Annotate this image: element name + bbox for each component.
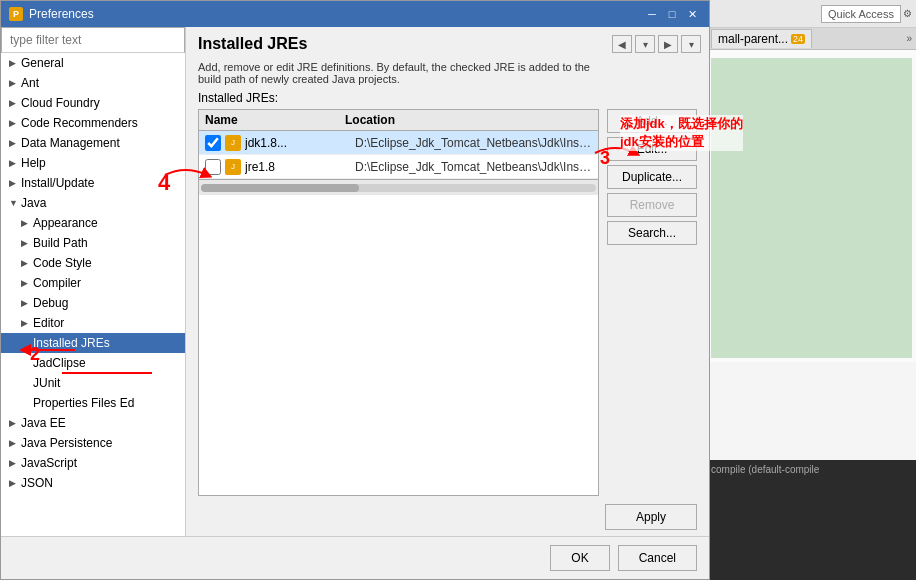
sidebar-item-build-path[interactable]: ▶Build Path <box>1 233 185 253</box>
ide-expand-icon: » <box>906 33 912 44</box>
sidebar-item-java[interactable]: ▼Java <box>1 193 185 213</box>
sidebar-item-appearance[interactable]: ▶Appearance <box>1 213 185 233</box>
sidebar-item-properties-files-ed[interactable]: Properties Files Ed <box>1 393 185 413</box>
sidebar-item-code-style[interactable]: ▶Code Style <box>1 253 185 273</box>
apply-button[interactable]: Apply <box>605 504 697 530</box>
sidebar-item-general[interactable]: ▶General <box>1 53 185 73</box>
tree-arrow-icon: ▶ <box>21 318 31 328</box>
sidebar-item-label: Java Persistence <box>21 436 112 450</box>
sidebar-item-java-ee[interactable]: ▶Java EE <box>1 413 185 433</box>
sidebar-item-label: Code Recommenders <box>21 116 138 130</box>
sidebar-item-label: Compiler <box>33 276 81 290</box>
nav-forward-button[interactable]: ▶ <box>658 35 678 53</box>
sidebar-item-javascript[interactable]: ▶JavaScript <box>1 453 185 473</box>
sidebar-item-cloud-foundry[interactable]: ▶Cloud Foundry <box>1 93 185 113</box>
sidebar: ▶General▶Ant▶Cloud Foundry▶Code Recommen… <box>1 27 186 536</box>
maximize-button[interactable]: □ <box>663 6 681 22</box>
col-location-header: Location <box>345 113 592 127</box>
sidebar-item-label: Appearance <box>33 216 98 230</box>
ide-content-area <box>707 50 916 362</box>
add-button[interactable]: Add... <box>607 109 697 133</box>
bottom-bar: OK Cancel <box>1 536 709 579</box>
horizontal-scrollbar[interactable] <box>199 179 598 195</box>
sidebar-item-label: Installed JREs <box>33 336 110 350</box>
ide-tab[interactable]: mall-parent... 24 <box>711 29 812 48</box>
jre-row-location: D:\Eclipse_Jdk_Tomcat_Netbeans\Jdk\Insta… <box>355 160 592 174</box>
sidebar-item-label: Install/Update <box>21 176 94 190</box>
content-area: Installed JREs ◀ ▾ ▶ ▾ Add, remove or ed… <box>186 27 709 536</box>
sidebar-item-label: Ant <box>21 76 39 90</box>
edit-button[interactable]: Edit... <box>607 137 697 161</box>
sidebar-item-java-persistence[interactable]: ▶Java Persistence <box>1 433 185 453</box>
jre-row-checkbox[interactable] <box>205 159 221 175</box>
tree-arrow-icon: ▶ <box>9 418 19 428</box>
ide-tab-label: mall-parent... <box>718 32 788 46</box>
sidebar-item-label: Java <box>21 196 46 210</box>
tree-arrow-icon: ▶ <box>9 78 19 88</box>
search-button[interactable]: Search... <box>607 221 697 245</box>
close-button[interactable]: ✕ <box>683 6 701 22</box>
nav-back-button[interactable]: ◀ <box>612 35 632 53</box>
ide-background: Quick Access ⚙ mall-parent... 24 » compi… <box>706 0 916 580</box>
desc-line2: build path of newly created Java project… <box>198 73 697 85</box>
table-buttons-area: Name Location Jjdk1.8...D:\Eclipse_Jdk_T… <box>198 109 697 496</box>
sidebar-item-jadclipse[interactable]: JadClipse <box>1 353 185 373</box>
content-description: Add, remove or edit JRE definitions. By … <box>186 61 709 91</box>
sidebar-item-json[interactable]: ▶JSON <box>1 473 185 493</box>
dialog-icon: P <box>9 7 23 21</box>
tree-arrow-icon: ▶ <box>9 58 19 68</box>
ide-toolbar: Quick Access ⚙ <box>707 0 916 28</box>
scroll-thumb <box>201 184 359 192</box>
sidebar-item-code-recommenders[interactable]: ▶Code Recommenders <box>1 113 185 133</box>
cancel-button[interactable]: Cancel <box>618 545 697 571</box>
sidebar-item-editor[interactable]: ▶Editor <box>1 313 185 333</box>
sidebar-item-install/update[interactable]: ▶Install/Update <box>1 173 185 193</box>
desc-line1: Add, remove or edit JRE definitions. By … <box>198 61 697 73</box>
tree-arrow-icon: ▶ <box>21 298 31 308</box>
sidebar-item-help[interactable]: ▶Help <box>1 153 185 173</box>
action-buttons: Add... Edit... Duplicate... Remove Searc… <box>607 109 697 496</box>
nav-dropdown-button[interactable]: ▾ <box>635 35 655 53</box>
quick-access-box[interactable]: Quick Access <box>821 5 901 23</box>
jre-row-checkbox[interactable] <box>205 135 221 151</box>
filter-input[interactable] <box>1 27 185 53</box>
sidebar-item-compiler[interactable]: ▶Compiler <box>1 273 185 293</box>
tree-arrow-icon: ▶ <box>9 98 19 108</box>
duplicate-button[interactable]: Duplicate... <box>607 165 697 189</box>
sidebar-item-label: Cloud Foundry <box>21 96 100 110</box>
sidebar-item-ant[interactable]: ▶Ant <box>1 73 185 93</box>
minimize-button[interactable]: ─ <box>643 6 661 22</box>
sidebar-item-label: Debug <box>33 296 68 310</box>
sidebar-item-junit[interactable]: JUnit <box>1 373 185 393</box>
sidebar-item-data-management[interactable]: ▶Data Management <box>1 133 185 153</box>
tree-arrow-icon: ▶ <box>9 438 19 448</box>
jre-table-row[interactable]: Jjre1.8D:\Eclipse_Jdk_Tomcat_Netbeans\Jd… <box>199 155 598 179</box>
dialog-title: Preferences <box>29 7 94 21</box>
col-name-header: Name <box>205 113 345 127</box>
ide-tab-bar: mall-parent... 24 » <box>707 28 916 50</box>
tree-container: ▶General▶Ant▶Cloud Foundry▶Code Recommen… <box>1 53 185 536</box>
sidebar-item-label: Editor <box>33 316 64 330</box>
nav-menu-button[interactable]: ▾ <box>681 35 701 53</box>
dialog-body: ▶General▶Ant▶Cloud Foundry▶Code Recommen… <box>1 27 709 536</box>
ide-editor <box>711 58 912 358</box>
ok-button[interactable]: OK <box>550 545 609 571</box>
title-bar-left: P Preferences <box>9 7 94 21</box>
sidebar-item-label: Help <box>21 156 46 170</box>
jre-row-icon: J <box>225 159 241 175</box>
sidebar-item-installed-jres[interactable]: Installed JREs <box>1 333 185 353</box>
tree-arrow-icon: ▶ <box>9 178 19 188</box>
sidebar-item-label: Code Style <box>33 256 92 270</box>
jre-table: Name Location Jjdk1.8...D:\Eclipse_Jdk_T… <box>198 109 599 496</box>
preferences-dialog: P Preferences ─ □ ✕ ▶General▶Ant▶Cloud F… <box>0 0 710 580</box>
sidebar-item-label: General <box>21 56 64 70</box>
jre-table-row[interactable]: Jjdk1.8...D:\Eclipse_Jdk_Tomcat_Netbeans… <box>199 131 598 155</box>
sidebar-item-label: JadClipse <box>33 356 86 370</box>
sidebar-item-debug[interactable]: ▶Debug <box>1 293 185 313</box>
jre-row-icon: J <box>225 135 241 151</box>
remove-button[interactable]: Remove <box>607 193 697 217</box>
tree-arrow-icon: ▶ <box>9 118 19 128</box>
apply-row: Apply <box>186 496 709 536</box>
sidebar-item-label: Java EE <box>21 416 66 430</box>
tree-arrow-icon: ▼ <box>9 198 19 208</box>
